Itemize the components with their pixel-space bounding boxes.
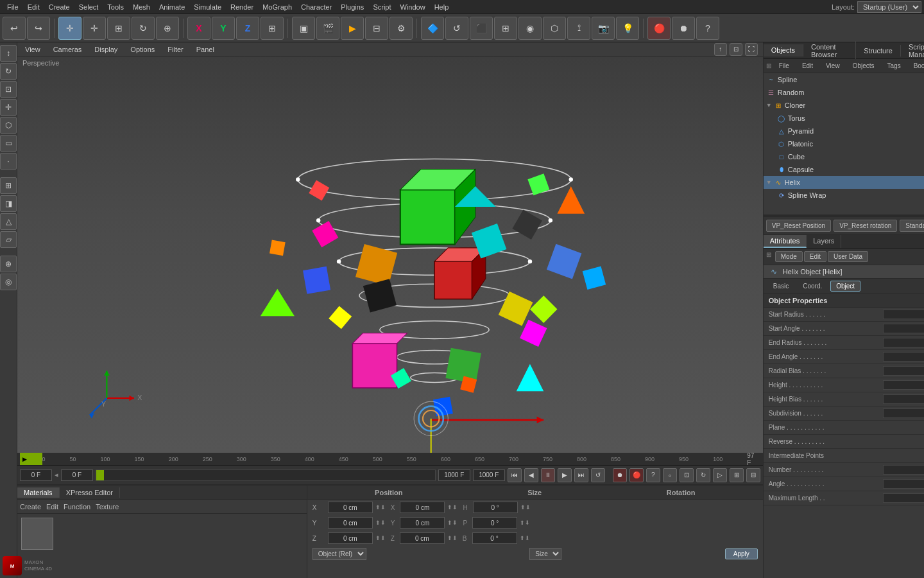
helix-expand[interactable]: ▼ [766, 179, 772, 186]
angle-input[interactable] [883, 479, 924, 489]
sidebar-move[interactable]: ↕ [0, 45, 17, 62]
redo-button[interactable]: ↪ [27, 17, 50, 40]
vp-reset-position-btn[interactable]: VP_Reset Position [766, 220, 831, 232]
end-frame-input[interactable] [438, 469, 470, 481]
pos-x-arrows[interactable]: ⬆⬇ [375, 504, 386, 511]
sidebar-scale[interactable]: ⊡ [0, 81, 17, 98]
y-axis-btn[interactable]: Y [212, 17, 235, 40]
viewport-icon1[interactable]: ↑ [714, 43, 727, 56]
obj-row-pyramid[interactable]: △ Pyramid ✓ ✓ [764, 125, 924, 137]
number-input[interactable] [883, 465, 924, 475]
undo-button[interactable]: ↩ [3, 17, 26, 40]
menu-render[interactable]: Render [226, 2, 258, 12]
menu-script[interactable]: Script [368, 2, 395, 12]
spline-btn[interactable]: 🔷 [421, 17, 444, 40]
pos-y-input[interactable] [328, 517, 373, 529]
rst-bookmarks[interactable]: Bookmarks [909, 61, 924, 71]
polygon-btn[interactable]: ⬡ [543, 17, 566, 40]
menu-animate[interactable]: Animate [155, 2, 189, 12]
vtab-panel[interactable]: Panel [191, 44, 219, 55]
sidebar-point[interactable]: · [0, 153, 17, 170]
help-btn[interactable]: ? [696, 17, 719, 40]
sidebar-edge[interactable]: ▭ [0, 135, 17, 152]
rot-p-arrows[interactable]: ⬆⬇ [520, 520, 530, 526]
render-region[interactable]: ▣ [292, 17, 315, 40]
size-y-arrows[interactable]: ⬆⬇ [447, 520, 458, 526]
world-btn[interactable]: ⊞ [261, 17, 284, 40]
loop-btn[interactable]: ↺ [591, 468, 605, 482]
max-frame-input[interactable] [473, 469, 505, 481]
size-z-arrows[interactable]: ⬆⬇ [447, 535, 458, 541]
obj-row-torus[interactable]: ◯ Torus ✓ ✓ [764, 112, 924, 125]
rst-view[interactable]: View [821, 61, 845, 71]
objects-icon[interactable]: ⊞ [766, 62, 771, 69]
sidebar-mode4[interactable]: ▱ [0, 231, 17, 248]
rtab-script-manager[interactable]: Script Manager [901, 41, 924, 60]
next-frame-btn[interactable]: ▶ [558, 468, 572, 482]
menu-help[interactable]: Help [430, 2, 454, 12]
current-frame-input[interactable] [20, 469, 52, 481]
viewport-3d[interactable]: Perspective [17, 57, 763, 453]
aot-basic[interactable]: Basic [767, 281, 794, 292]
obj-row-splinewrap[interactable]: ⟳ Spline Wrap ✓ ✓ [764, 189, 924, 202]
rot-b-arrows[interactable]: ⬆⬇ [520, 535, 530, 541]
subdivision-input[interactable] [883, 408, 924, 418]
start-radius-input[interactable] [883, 310, 924, 319]
menu-character[interactable]: Character [296, 2, 336, 12]
sidebar-select[interactable]: ✛ [0, 99, 17, 116]
menu-mograph[interactable]: MoGraph [258, 2, 296, 12]
menu-plugins[interactable]: Plugins [336, 2, 368, 12]
render-settings[interactable]: ⚙ [389, 17, 413, 40]
max-length-input[interactable] [883, 493, 924, 503]
vtab-cameras[interactable]: Cameras [48, 44, 87, 55]
coord-mode-dropdown[interactable]: Object (Rel) [312, 548, 366, 560]
obj-row-spline[interactable]: ~ Spline ✓ ✓ [764, 73, 924, 86]
sidebar-mode3[interactable]: △ [0, 213, 17, 230]
aot-coord[interactable]: Coord. [797, 281, 828, 292]
cloner-expand[interactable]: ▼ [766, 102, 772, 109]
viewport-icon2[interactable]: ⊡ [730, 43, 742, 56]
menu-edit[interactable]: Edit [23, 2, 44, 12]
sidebar-rotate[interactable]: ↻ [0, 63, 17, 80]
rtab-objects[interactable]: Objects [764, 44, 803, 57]
timeline-key6[interactable]: ⊟ [746, 468, 760, 482]
start-frame-input[interactable] [61, 469, 93, 481]
attr-grid-icon[interactable]: ⊞ [766, 251, 771, 262]
atom-btn[interactable]: ◉ [518, 17, 542, 40]
sidebar-snap[interactable]: ◎ [0, 274, 17, 290]
vtab-filter[interactable]: Filter [162, 44, 188, 55]
layout-dropdown[interactable]: Startup (User) [857, 1, 921, 13]
rtab-structure[interactable]: Structure [856, 45, 901, 57]
camera-btn[interactable]: 📷 [592, 17, 615, 40]
deformer-btn[interactable]: ⟟ [567, 17, 590, 40]
sweep-btn[interactable]: ↺ [445, 17, 468, 40]
scale-tool[interactable]: ⊞ [107, 17, 130, 40]
menu-file[interactable]: File [3, 2, 23, 12]
play-btn[interactable]: ⏸ [541, 468, 555, 482]
end-radius-input[interactable] [883, 338, 924, 347]
record-auto[interactable]: 🔴 [629, 468, 644, 482]
render-viewport[interactable]: ▶ [341, 17, 364, 40]
sidebar-mode1[interactable]: ⊞ [0, 177, 17, 194]
radial-bias-input[interactable] [883, 366, 924, 376]
timeline-key2[interactable]: ⊡ [680, 468, 694, 482]
pos-z-input[interactable] [328, 532, 373, 544]
rotate-tool[interactable]: ↻ [132, 17, 155, 40]
sidebar-axis[interactable]: ⊕ [0, 256, 17, 272]
size-x-arrows[interactable]: ⬆⬇ [447, 504, 458, 511]
rot-h-input[interactable] [473, 502, 518, 513]
sidebar-mode2[interactable]: ◨ [0, 195, 17, 212]
menu-simulate[interactable]: Simulate [189, 2, 226, 12]
boole-btn[interactable]: ⬛ [470, 17, 493, 40]
mat-create[interactable]: Create [20, 503, 41, 511]
z-axis-btn[interactable]: Z [236, 17, 259, 40]
mat-texture[interactable]: Texture [96, 503, 119, 511]
render-active[interactable]: 🔴 [647, 17, 671, 40]
rst-file[interactable]: File [774, 61, 794, 71]
obj-row-helix[interactable]: ▼ ∿ Helix ✓ ✓ [764, 176, 924, 189]
pos-x-input[interactable] [328, 502, 373, 513]
attr-tab-layers[interactable]: Layers [807, 235, 841, 248]
vp-reset-rotation-btn[interactable]: VP_Reset rotation [834, 220, 897, 232]
size-y-input[interactable] [400, 517, 445, 529]
goto-end-btn[interactable]: ⏭ [574, 468, 588, 482]
